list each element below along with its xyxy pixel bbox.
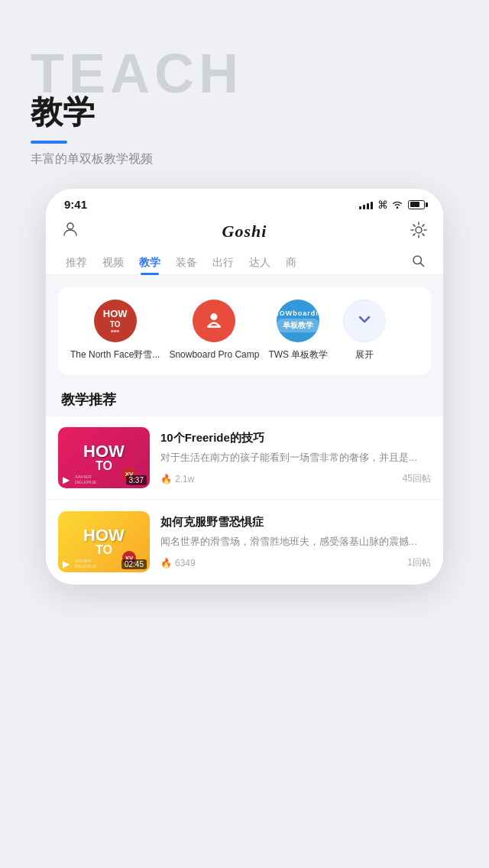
section-title-row: 教学推荐 (46, 375, 443, 416)
video-card-1[interactable]: HOW TO XV 3:37 ▶ XAVIERDELERUE 10个Freeri… (46, 416, 443, 499)
video-comments-1: 45回帖 (403, 472, 431, 485)
video-comments-2: 1回帖 (407, 556, 431, 569)
svg-line-8 (413, 234, 415, 235)
video-views-1: 🔥 2.1w (160, 474, 194, 484)
play-icon-2: ▶ (63, 559, 70, 569)
svg-point-12 (211, 313, 218, 320)
svg-rect-13 (207, 326, 221, 329)
video-duration-1: 3:37 (126, 475, 147, 485)
category-label-snowboard: Snowboard Pro Camp (169, 348, 259, 361)
category-expand[interactable]: 展开 (337, 300, 392, 361)
video-info-1: 10个Freeride的技巧 对于生活在南方的孩子能看到一场雪非常的奢侈，并且是… (160, 430, 431, 485)
tab-chuxing[interactable]: 出行 (205, 251, 241, 274)
tab-shang[interactable]: 商 (278, 251, 304, 274)
background-page: TEACH 教学 丰富的单双板教学视频 9:41 ⌘ (0, 0, 489, 868)
tws-icon: SNOWboarding 单板教学 (277, 300, 319, 342)
app-logo: Goshi (222, 222, 267, 241)
category-snowboard[interactable]: Snowboard Pro Camp (169, 300, 259, 361)
teach-en-text: TEACH (31, 46, 458, 101)
category-howto[interactable]: HOW TO ■■■ The North Face野雪... (70, 300, 160, 361)
video-card-2[interactable]: HOW TO XV 02:45 ▶ XAVIERDELERUE 如何克服野雪恐惧… (46, 500, 443, 583)
app-header: Goshi (46, 214, 443, 246)
svg-point-1 (416, 227, 422, 233)
video-thumb-1: HOW TO XV 3:37 ▶ XAVIERDELERUE (58, 427, 150, 488)
section-title: 教学推荐 (61, 390, 428, 409)
status-time: 9:41 (64, 198, 87, 211)
video-views-2: 🔥 6349 (160, 558, 196, 568)
tab-video[interactable]: 视频 (95, 251, 131, 274)
search-button[interactable] (405, 251, 431, 274)
category-label-tws: TWS 单板教学 (268, 348, 328, 361)
video-meta-1: 🔥 2.1w 45回帖 (160, 472, 431, 485)
video-title-2: 如何克服野雪恐惧症 (160, 514, 431, 530)
video-info-2: 如何克服野雪恐惧症 闻名世界的滑雪场，滑雪胜地班夫，感受落基山脉的震撼... 🔥… (160, 514, 431, 569)
status-bar: 9:41 ⌘ (46, 189, 443, 214)
fire-icon-1: 🔥 (160, 474, 172, 484)
tab-jiaoxue[interactable]: 教学 (131, 251, 168, 274)
nav-tabs: 推荐 视频 教学 装备 出行 达人 商 (46, 246, 443, 275)
video-desc-1: 对于生活在南方的孩子能看到一场雪非常的奢侈，并且是... (160, 450, 431, 465)
video-desc-2: 闻名世界的滑雪场，滑雪胜地班夫，感受落基山脉的震撼... (160, 534, 431, 549)
svg-line-9 (423, 225, 424, 226)
video-meta-2: 🔥 6349 1回帖 (160, 556, 431, 569)
snowboard-icon (193, 300, 235, 342)
phone-mockup: 9:41 ⌘ (46, 189, 443, 585)
tab-zhuangbei[interactable]: 装备 (168, 251, 205, 274)
expand-icon (343, 300, 386, 342)
category-section: HOW TO ■■■ The North Face野雪... (58, 287, 431, 375)
svg-line-6 (413, 225, 415, 226)
svg-line-11 (420, 264, 423, 267)
weather-icon[interactable] (410, 221, 428, 243)
wifi-icon: ⌘ (377, 199, 403, 211)
video-thumb-2: HOW TO XV 02:45 ▶ XAVIERDELERUE (58, 511, 150, 572)
profile-icon[interactable] (61, 220, 79, 243)
howto-icon: HOW TO ■■■ (94, 300, 137, 342)
battery-icon (408, 200, 425, 209)
video-title-1: 10个Freeride的技巧 (160, 430, 431, 445)
teach-heading: TEACH 教学 丰富的单双板教学视频 (31, 46, 458, 167)
signal-icon (359, 200, 373, 209)
blue-bar (31, 141, 67, 144)
play-icon-1: ▶ (63, 474, 70, 485)
tab-tuijian[interactable]: 推荐 (58, 251, 95, 274)
video-duration-2: 02:45 (121, 559, 147, 569)
category-tws[interactable]: SNOWboarding 单板教学 TWS 单板教学 (268, 300, 328, 361)
category-label-expand: 展开 (355, 348, 374, 361)
content-area: HOW TO ■■■ The North Face野雪... (46, 275, 443, 583)
status-icons: ⌘ (359, 199, 425, 211)
svg-point-0 (67, 223, 73, 229)
fire-icon-2: 🔥 (160, 558, 172, 568)
category-label-howto: The North Face野雪... (70, 348, 160, 361)
svg-line-7 (423, 234, 424, 235)
subtitle-text: 丰富的单双板教学视频 (31, 151, 458, 167)
tab-daren[interactable]: 达人 (241, 251, 278, 274)
